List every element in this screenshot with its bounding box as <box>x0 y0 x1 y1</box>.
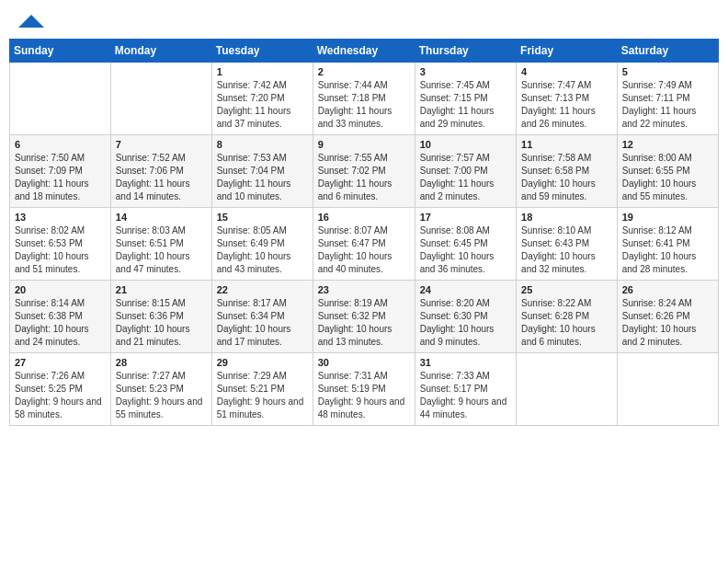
day-number: 28 <box>116 357 207 368</box>
day-info: Sunrise: 7:26 AMSunset: 5:25 PMDaylight:… <box>15 370 106 421</box>
day-info: Sunrise: 7:53 AMSunset: 7:04 PMDaylight:… <box>217 152 308 203</box>
day-number: 25 <box>521 284 612 295</box>
calendar-cell: 11Sunrise: 7:58 AMSunset: 6:58 PMDayligh… <box>517 135 618 208</box>
calendar-cell: 21Sunrise: 8:15 AMSunset: 6:36 PMDayligh… <box>110 281 211 353</box>
weekday-header: Wednesday <box>313 40 415 63</box>
calendar-cell: 30Sunrise: 7:31 AMSunset: 5:19 PMDayligh… <box>313 353 415 426</box>
calendar-cell: 15Sunrise: 8:05 AMSunset: 6:49 PMDayligh… <box>211 208 313 281</box>
day-info: Sunrise: 7:45 AMSunset: 7:15 PMDaylight:… <box>420 79 511 131</box>
day-number: 13 <box>15 212 106 223</box>
day-number: 29 <box>217 357 308 368</box>
day-info: Sunrise: 8:05 AMSunset: 6:49 PMDaylight:… <box>217 224 308 276</box>
calendar-cell: 24Sunrise: 8:20 AMSunset: 6:30 PMDayligh… <box>415 281 516 353</box>
calendar-cell: 9Sunrise: 7:55 AMSunset: 7:02 PMDaylight… <box>313 135 415 208</box>
day-info: Sunrise: 8:22 AMSunset: 6:28 PMDaylight:… <box>521 297 612 349</box>
day-number: 27 <box>15 357 106 368</box>
day-info: Sunrise: 7:29 AMSunset: 5:21 PMDaylight:… <box>217 370 308 421</box>
day-info: Sunrise: 8:12 AMSunset: 6:41 PMDaylight:… <box>622 224 713 276</box>
calendar-cell: 13Sunrise: 8:02 AMSunset: 6:53 PMDayligh… <box>10 208 111 281</box>
day-info: Sunrise: 7:49 AMSunset: 7:11 PMDaylight:… <box>622 79 713 131</box>
calendar-cell: 31Sunrise: 7:33 AMSunset: 5:17 PMDayligh… <box>415 353 516 426</box>
calendar-cell: 1Sunrise: 7:42 AMSunset: 7:20 PMDaylight… <box>211 63 313 135</box>
day-info: Sunrise: 7:57 AMSunset: 7:00 PMDaylight:… <box>420 152 511 203</box>
logo-icon <box>18 15 44 28</box>
day-info: Sunrise: 8:14 AMSunset: 6:38 PMDaylight:… <box>15 297 106 349</box>
calendar-cell: 2Sunrise: 7:44 AMSunset: 7:18 PMDaylight… <box>313 63 415 135</box>
day-number: 8 <box>217 139 308 150</box>
calendar-cell <box>10 63 111 135</box>
calendar-week-row: 6Sunrise: 7:50 AMSunset: 7:09 PMDaylight… <box>10 135 719 208</box>
calendar-table: SundayMondayTuesdayWednesdayThursdayFrid… <box>9 39 719 426</box>
calendar-cell <box>110 63 211 135</box>
calendar-week-row: 20Sunrise: 8:14 AMSunset: 6:38 PMDayligh… <box>10 281 719 353</box>
day-info: Sunrise: 8:10 AMSunset: 6:43 PMDaylight:… <box>521 224 612 276</box>
calendar-cell: 8Sunrise: 7:53 AMSunset: 7:04 PMDaylight… <box>211 135 313 208</box>
calendar-cell: 5Sunrise: 7:49 AMSunset: 7:11 PMDaylight… <box>617 63 718 135</box>
day-number: 26 <box>622 284 713 295</box>
calendar-cell: 22Sunrise: 8:17 AMSunset: 6:34 PMDayligh… <box>211 281 313 353</box>
calendar-cell: 28Sunrise: 7:27 AMSunset: 5:23 PMDayligh… <box>110 353 211 426</box>
day-info: Sunrise: 7:27 AMSunset: 5:23 PMDaylight:… <box>116 370 207 421</box>
calendar-week-row: 27Sunrise: 7:26 AMSunset: 5:25 PMDayligh… <box>10 353 719 426</box>
calendar-cell: 26Sunrise: 8:24 AMSunset: 6:26 PMDayligh… <box>617 281 718 353</box>
day-info: Sunrise: 7:52 AMSunset: 7:06 PMDaylight:… <box>116 152 207 203</box>
day-number: 31 <box>420 357 511 368</box>
calendar-cell: 27Sunrise: 7:26 AMSunset: 5:25 PMDayligh… <box>10 353 111 426</box>
day-number: 21 <box>116 284 207 295</box>
day-info: Sunrise: 7:47 AMSunset: 7:13 PMDaylight:… <box>521 79 612 131</box>
calendar-cell: 25Sunrise: 8:22 AMSunset: 6:28 PMDayligh… <box>517 281 618 353</box>
day-number: 23 <box>318 284 410 295</box>
calendar-cell: 14Sunrise: 8:03 AMSunset: 6:51 PMDayligh… <box>110 208 211 281</box>
calendar-cell: 12Sunrise: 8:00 AMSunset: 6:55 PMDayligh… <box>617 135 718 208</box>
calendar-cell: 20Sunrise: 8:14 AMSunset: 6:38 PMDayligh… <box>10 281 111 353</box>
calendar-week-row: 13Sunrise: 8:02 AMSunset: 6:53 PMDayligh… <box>10 208 719 281</box>
calendar-cell <box>517 353 618 426</box>
day-info: Sunrise: 8:07 AMSunset: 6:47 PMDaylight:… <box>318 224 410 276</box>
day-info: Sunrise: 7:33 AMSunset: 5:17 PMDaylight:… <box>420 370 511 421</box>
day-info: Sunrise: 8:08 AMSunset: 6:45 PMDaylight:… <box>420 224 511 276</box>
day-number: 11 <box>521 139 612 150</box>
calendar-cell: 3Sunrise: 7:45 AMSunset: 7:15 PMDaylight… <box>415 63 516 135</box>
calendar-cell: 23Sunrise: 8:19 AMSunset: 6:32 PMDayligh… <box>313 281 415 353</box>
day-info: Sunrise: 8:17 AMSunset: 6:34 PMDaylight:… <box>217 297 308 349</box>
calendar-cell: 19Sunrise: 8:12 AMSunset: 6:41 PMDayligh… <box>617 208 718 281</box>
weekday-header: Sunday <box>10 40 111 63</box>
weekday-header: Monday <box>110 40 211 63</box>
day-number: 20 <box>15 284 106 295</box>
calendar-header-row: SundayMondayTuesdayWednesdayThursdayFrid… <box>10 40 719 63</box>
day-info: Sunrise: 7:31 AMSunset: 5:19 PMDaylight:… <box>318 370 410 421</box>
calendar-cell: 10Sunrise: 7:57 AMSunset: 7:00 PMDayligh… <box>415 135 516 208</box>
day-info: Sunrise: 8:15 AMSunset: 6:36 PMDaylight:… <box>116 297 207 349</box>
day-info: Sunrise: 7:42 AMSunset: 7:20 PMDaylight:… <box>217 79 308 131</box>
calendar-cell: 16Sunrise: 8:07 AMSunset: 6:47 PMDayligh… <box>313 208 415 281</box>
day-number: 30 <box>318 357 410 368</box>
day-info: Sunrise: 7:44 AMSunset: 7:18 PMDaylight:… <box>318 79 410 131</box>
logo <box>17 13 44 28</box>
day-number: 16 <box>318 212 410 223</box>
day-info: Sunrise: 8:00 AMSunset: 6:55 PMDaylight:… <box>622 152 713 203</box>
weekday-header: Saturday <box>617 40 718 63</box>
day-info: Sunrise: 8:24 AMSunset: 6:26 PMDaylight:… <box>622 297 713 349</box>
day-number: 19 <box>622 212 713 223</box>
day-number: 2 <box>318 66 410 77</box>
day-number: 5 <box>622 66 713 77</box>
day-number: 6 <box>15 139 106 150</box>
day-info: Sunrise: 7:50 AMSunset: 7:09 PMDaylight:… <box>15 152 106 203</box>
day-number: 24 <box>420 284 511 295</box>
weekday-header: Thursday <box>415 40 516 63</box>
day-info: Sunrise: 7:55 AMSunset: 7:02 PMDaylight:… <box>318 152 410 203</box>
calendar-cell: 6Sunrise: 7:50 AMSunset: 7:09 PMDaylight… <box>10 135 111 208</box>
calendar-cell: 7Sunrise: 7:52 AMSunset: 7:06 PMDaylight… <box>110 135 211 208</box>
day-number: 15 <box>217 212 308 223</box>
day-number: 10 <box>420 139 511 150</box>
day-info: Sunrise: 8:20 AMSunset: 6:30 PMDaylight:… <box>420 297 511 349</box>
calendar-cell: 4Sunrise: 7:47 AMSunset: 7:13 PMDaylight… <box>517 63 618 135</box>
day-info: Sunrise: 8:02 AMSunset: 6:53 PMDaylight:… <box>15 224 106 276</box>
day-info: Sunrise: 8:19 AMSunset: 6:32 PMDaylight:… <box>318 297 410 349</box>
calendar-cell <box>617 353 718 426</box>
calendar-cell: 29Sunrise: 7:29 AMSunset: 5:21 PMDayligh… <box>211 353 313 426</box>
day-number: 4 <box>521 66 612 77</box>
calendar-week-row: 1Sunrise: 7:42 AMSunset: 7:20 PMDaylight… <box>10 63 719 135</box>
day-info: Sunrise: 8:03 AMSunset: 6:51 PMDaylight:… <box>116 224 207 276</box>
day-number: 17 <box>420 212 511 223</box>
